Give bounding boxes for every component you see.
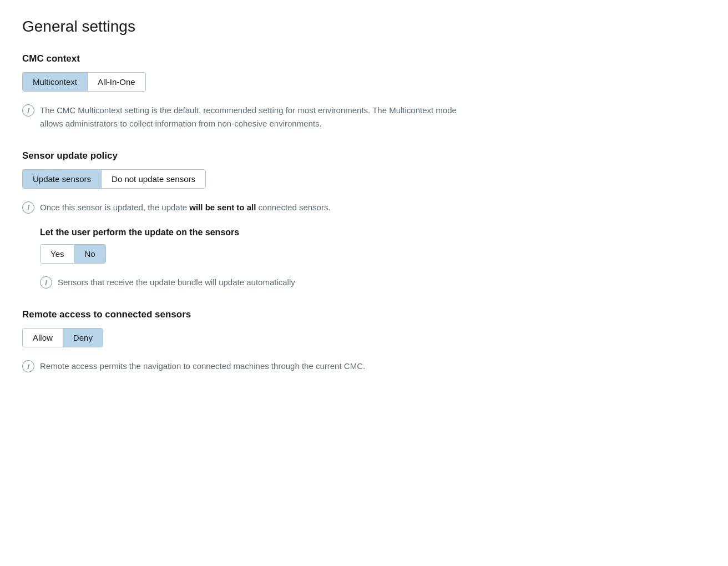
user-perform-update-toggle-group: Yes No: [40, 244, 106, 264]
cmc-multicontext-button[interactable]: Multicontext: [23, 73, 88, 91]
remote-access-info: i Remote access permits the navigation t…: [22, 360, 706, 373]
user-perform-update-title: Let the user perform the update on the s…: [40, 228, 706, 237]
allow-button[interactable]: Allow: [23, 329, 63, 347]
sensor-update-toggle-group: Update sensors Do not update sensors: [22, 169, 206, 189]
sensor-update-info: i Once this sensor is updated, the updat…: [22, 201, 706, 214]
sensor-update-info-text: Once this sensor is updated, the update …: [40, 201, 331, 214]
remote-access-title: Remote access to connected sensors: [22, 309, 706, 320]
remote-access-info-text: Remote access permits the navigation to …: [40, 360, 365, 373]
yes-button[interactable]: Yes: [41, 245, 74, 263]
info-icon: i: [22, 104, 34, 117]
cmc-context-section: CMC context Multicontext All-In-One i Th…: [22, 53, 706, 130]
sensor-update-policy-title: Sensor update policy: [22, 150, 706, 161]
do-not-update-sensors-button[interactable]: Do not update sensors: [102, 170, 205, 188]
cmc-context-info-text: The CMC Multicontext setting is the defa…: [40, 104, 473, 130]
remote-access-toggle-group: Allow Deny: [22, 328, 103, 347]
cmc-context-toggle-group: Multicontext All-In-One: [22, 72, 146, 92]
cmc-context-info: i The CMC Multicontext setting is the de…: [22, 104, 706, 130]
sensor-update-policy-section: Sensor update policy Update sensors Do n…: [22, 150, 706, 289]
info-icon-2: i: [22, 201, 34, 214]
user-perform-update-subsection: Let the user perform the update on the s…: [40, 228, 706, 289]
update-sensors-button[interactable]: Update sensors: [23, 170, 102, 188]
deny-button[interactable]: Deny: [63, 329, 103, 347]
user-perform-update-info-text: Sensors that receive the update bundle w…: [58, 276, 295, 289]
cmc-allinone-button[interactable]: All-In-One: [88, 73, 145, 91]
page-title: General settings: [22, 18, 706, 36]
user-perform-update-info: i Sensors that receive the update bundle…: [40, 276, 706, 289]
info-icon-3: i: [40, 276, 52, 289]
info-icon-4: i: [22, 360, 34, 372]
cmc-context-title: CMC context: [22, 53, 706, 64]
no-button[interactable]: No: [74, 245, 105, 263]
remote-access-section: Remote access to connected sensors Allow…: [22, 309, 706, 373]
